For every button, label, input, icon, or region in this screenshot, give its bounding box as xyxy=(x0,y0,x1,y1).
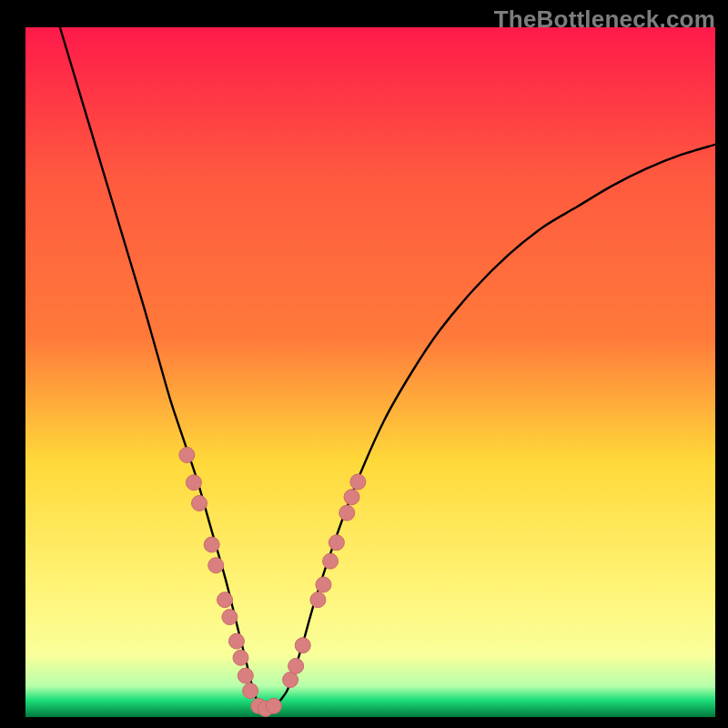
curve-marker xyxy=(283,672,298,688)
curve-marker xyxy=(295,638,310,653)
curve-marker xyxy=(350,474,366,490)
curve-marker xyxy=(186,475,201,490)
curve-marker xyxy=(208,558,224,573)
gradient-background xyxy=(25,27,715,717)
curve-marker xyxy=(310,592,326,608)
plot-area xyxy=(25,27,715,717)
curve-marker xyxy=(266,698,281,713)
curve-marker xyxy=(323,553,339,569)
curve-marker xyxy=(222,610,238,625)
chart-frame: TheBottleneck.com xyxy=(0,0,728,728)
curve-marker xyxy=(329,535,344,551)
curve-marker xyxy=(288,658,304,673)
curve-marker xyxy=(233,650,248,665)
curve-marker xyxy=(192,496,207,511)
curve-marker xyxy=(204,537,219,552)
curve-marker xyxy=(339,505,355,521)
curve-marker xyxy=(217,592,233,608)
curve-marker xyxy=(243,683,258,699)
curve-marker xyxy=(228,633,244,649)
curve-marker xyxy=(344,490,359,505)
curve-marker xyxy=(316,577,331,592)
curve-marker xyxy=(179,447,195,462)
chart-svg xyxy=(25,27,715,717)
curve-marker xyxy=(238,668,253,683)
